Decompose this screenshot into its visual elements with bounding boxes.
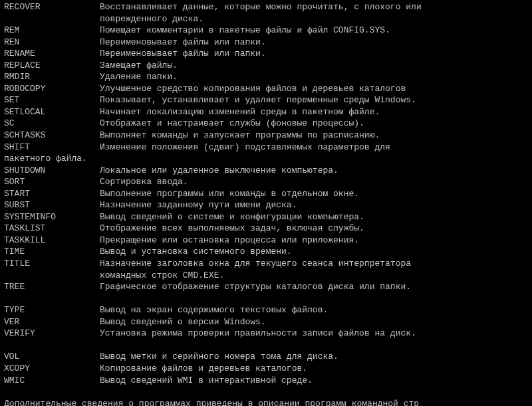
command-name: TIME <box>4 246 100 258</box>
command-name: TYPE <box>4 304 100 316</box>
command-entry: TITLEНазначение заголовка окна для текущ… <box>4 258 528 270</box>
command-name: XCOPY <box>4 363 100 375</box>
command-name: SC <box>4 118 100 130</box>
command-description: Прекращение или остановка процесса или п… <box>100 235 359 245</box>
blank-line <box>4 293 528 305</box>
command-entry: SHIFTИзменение положения (сдвиг) подстав… <box>4 142 528 153</box>
command-entry: SUBSTНазначение заданному пути имени дис… <box>4 199 528 211</box>
command-name: SCHTASKS <box>4 130 100 142</box>
command-description: Отображение всех выполняемых задач, вклю… <box>100 223 364 233</box>
command-entry: RMDIRУдаление папки. <box>4 71 528 83</box>
command-description-continuation: пакетного файла. <box>4 153 528 165</box>
command-description-continuation: командных строк CMD.EXE. <box>4 270 528 282</box>
command-description: Выполняет команды и запускает программы … <box>100 130 380 140</box>
command-entry: STARTВыполнение программы или команды в … <box>4 188 528 200</box>
command-entry: SORTСортировка ввода. <box>4 176 528 188</box>
command-entry: VOLВывод метки и серийного номера тома д… <box>4 351 528 363</box>
command-entry: SETLOCALНачинает локализацию изменений с… <box>4 106 528 118</box>
command-entry: RENПереименовывает файлы или папки. <box>4 37 528 49</box>
command-description: Назначение заданному пути имени диска. <box>100 200 297 210</box>
command-description: Помещает комментарии в пакетные файлы и … <box>100 25 390 35</box>
command-name: VERIFY <box>4 328 100 340</box>
command-name: TREE <box>4 281 100 293</box>
command-entry: SHUTDOWNЛокальное или удаленное выключен… <box>4 165 528 177</box>
command-description: Показывает, устанавливает и удаляет пере… <box>100 95 416 105</box>
command-name: SHIFT <box>4 142 100 153</box>
command-name: SORT <box>4 176 100 188</box>
command-description: Вывод и установка системного времени. <box>100 247 292 256</box>
command-description-continuation: поврежденного диска. <box>4 13 528 25</box>
command-entry: VERВывод сведений о версии Windows. <box>4 316 528 328</box>
command-name: REN <box>4 37 100 49</box>
command-entry: TIMEВывод и установка системного времени… <box>4 246 528 258</box>
command-name: RENAME <box>4 48 100 60</box>
command-description: Отображает и настраивает службы (фоновые… <box>100 118 364 128</box>
command-entry: REMПомещает комментарии в пакетные файлы… <box>4 25 528 37</box>
command-name: START <box>4 188 100 200</box>
command-name: SET <box>4 94 100 106</box>
command-name: VER <box>4 316 100 328</box>
command-entry: VERIFYУстановка режима проверки правильн… <box>4 328 528 340</box>
command-name: SUBST <box>4 199 100 211</box>
command-name: SHUTDOWN <box>4 165 100 177</box>
command-name: TASKLIST <box>4 223 100 235</box>
command-entry: XCOPYКопирование файлов и деревьев катал… <box>4 363 528 375</box>
command-name: SYSTEMINFO <box>4 211 100 223</box>
command-description: Улучшенное средство копирования файлов и… <box>100 84 406 94</box>
command-description: Локальное или удаленное выключение компь… <box>100 165 338 175</box>
footer-text: Дополнительные сведения о программах при… <box>4 398 528 406</box>
command-description: Переименовывает файлы или папки. <box>100 49 266 58</box>
command-entry: RECOVERВосстанавливает данные, которые м… <box>4 1 528 13</box>
command-entry: TYPEВывод на экран содержимого текстовых… <box>4 304 528 316</box>
command-description: Выполнение программы или команды в отдел… <box>100 189 359 199</box>
command-name: REM <box>4 25 100 37</box>
command-description: Удаление папки. <box>100 72 178 82</box>
command-entry: TASKLISTОтображение всех выполняемых зад… <box>4 223 528 235</box>
command-name: ROBOCOPY <box>4 83 100 95</box>
command-description: Сортировка ввода. <box>100 177 188 187</box>
terminal-output: RECOVERВосстанавливает данные, которые м… <box>4 1 528 406</box>
command-description: Переименовывает файлы или папки. <box>100 37 266 47</box>
command-description: Графическое отображение структуры катало… <box>100 282 411 292</box>
command-name: TASKKILL <box>4 235 100 247</box>
command-entry: TASKKILLПрекращение или остановка процес… <box>4 235 528 247</box>
command-description: Вывод сведений о версии Windows. <box>100 317 266 327</box>
command-name: SETLOCAL <box>4 106 100 118</box>
command-entry: SCHTASKSВыполняет команды и запускает пр… <box>4 130 528 142</box>
command-name: RMDIR <box>4 71 100 83</box>
command-description: Вывод сведений WMI в интерактивной среде… <box>100 375 313 385</box>
command-description: Замещает файлы. <box>100 60 178 70</box>
command-description: Вывод сведений о системе и конфигурации … <box>100 212 364 222</box>
command-entry: SETПоказывает, устанавливает и удаляет п… <box>4 94 528 106</box>
command-description: Назначение заголовка окна для текущего с… <box>100 258 411 268</box>
blank-line <box>4 340 528 352</box>
command-name: TITLE <box>4 258 100 270</box>
command-description: Восстанавливает данные, которые можно пр… <box>100 2 422 12</box>
command-name: VOL <box>4 351 100 363</box>
command-description: Изменение положения (сдвиг) подставляемы… <box>100 142 390 152</box>
command-description: Вывод метки и серийного номера тома для … <box>100 352 338 361</box>
blank-line <box>4 386 528 398</box>
command-entry: REPLACEЗамещает файлы. <box>4 60 528 72</box>
command-name: WMIC <box>4 375 100 387</box>
command-name: RECOVER <box>4 1 100 13</box>
command-entry: SYSTEMINFOВывод сведений о системе и кон… <box>4 211 528 223</box>
command-entry: WMICВывод сведений WMI в интерактивной с… <box>4 375 528 387</box>
command-description: Установка режима проверки правильности з… <box>100 328 416 338</box>
command-description: Начинает локализацию изменений среды в п… <box>100 107 380 117</box>
command-name: REPLACE <box>4 60 100 72</box>
command-description: Копирование файлов и деревьев каталогов. <box>100 363 307 373</box>
command-entry: SCОтображает и настраивает службы (фонов… <box>4 118 528 130</box>
command-entry: TREEГрафическое отображение структуры ка… <box>4 281 528 293</box>
command-entry: RENAMEПереименовывает файлы или папки. <box>4 48 528 60</box>
command-entry: ROBOCOPYУлучшенное средство копирования … <box>4 83 528 95</box>
command-description: Вывод на экран содержимого текстовых фай… <box>100 305 328 315</box>
